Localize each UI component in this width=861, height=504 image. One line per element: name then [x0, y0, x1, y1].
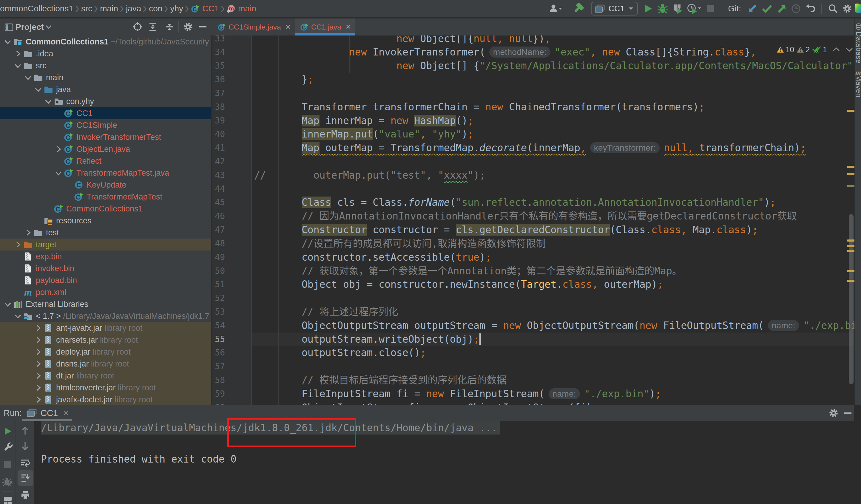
chevron-collapsed-icon[interactable] — [33, 395, 43, 404]
chevron-collapsed-icon[interactable] — [23, 228, 33, 237]
close-tab-icon[interactable]: ✕ — [345, 23, 351, 31]
chevron-expanded-icon[interactable] — [33, 85, 43, 94]
tree-row-pom.xml[interactable]: mpom.xml — [0, 286, 212, 298]
code-line-43[interactable]: // outerMap.put("test", "xxxx"); — [254, 168, 486, 182]
stop-process-button[interactable] — [3, 460, 13, 470]
history-button[interactable] — [789, 3, 803, 14]
code-line-36[interactable]: }; — [254, 73, 314, 86]
coverage-button[interactable] — [670, 3, 685, 14]
tree-row-antjavafx.jar[interactable]: ant-javafx.jar library root — [0, 322, 212, 334]
tree-row-CC1[interactable]: CCC1 — [0, 107, 212, 119]
tree-row-InvokerTransformerTest[interactable]: CInvokerTransformerTest — [0, 131, 212, 143]
run-header-hide-button[interactable] — [843, 408, 853, 418]
git-update-button[interactable] — [745, 3, 760, 14]
chevron-collapsed-icon[interactable] — [33, 359, 43, 368]
code-line-56[interactable]: outputStream.close(); — [254, 346, 426, 360]
code-line-46[interactable]: // 因为AnnotationInvocationHandler只有个私有的有参… — [254, 209, 797, 223]
prev-problem-chevron-icon[interactable] — [832, 47, 840, 52]
code-line-33[interactable]: new Object[]{null, null}), — [254, 36, 550, 45]
tree-row-Reflect[interactable]: CReflect — [0, 155, 212, 167]
tree-row-CommonCollections1[interactable]: CommonCollections1 ~/Tools/github/JavaSe… — [0, 36, 212, 48]
run-console[interactable]: /Library/Java/JavaVirtualMachines/jdk1.8… — [34, 421, 854, 504]
tree-row-dnsns.jar[interactable]: dnsns.jar library root — [0, 358, 212, 370]
profiler-button[interactable] — [685, 3, 703, 14]
error-stripe-mark[interactable] — [847, 185, 855, 187]
code-line-58[interactable]: // 模拟目标后端程序接受到的序列化后的数据 — [254, 373, 507, 387]
error-stripe-mark[interactable] — [847, 250, 855, 252]
tree-row-target[interactable]: target — [0, 239, 212, 251]
code-line-41[interactable]: Map outerMap = TransformedMap.decorate(i… — [254, 141, 806, 155]
tree-row-ExternalLibraries[interactable]: External Libraries — [0, 298, 212, 310]
chevron-expanded-icon[interactable] — [3, 37, 13, 46]
tree-row-deploy.jar[interactable]: deploy.jar library root — [0, 346, 212, 358]
chevron-expanded-icon[interactable] — [23, 73, 33, 82]
rerun-button[interactable] — [3, 426, 13, 436]
error-stripe-mark[interactable] — [847, 245, 855, 247]
tree-row-KeyUpdate[interactable]: CKeyUpdate — [0, 179, 212, 191]
scroll-to-end-button[interactable] — [20, 473, 30, 483]
code-line-50[interactable]: // 获取对象，第一个参数是一个Annotation类；第二个是参数就是前面构造… — [254, 264, 682, 278]
tree-row-exp.bin[interactable]: exp.bin — [0, 251, 212, 263]
build-wrench-icon[interactable] — [3, 442, 13, 452]
debug-button[interactable] — [655, 3, 670, 14]
next-occurrence-button[interactable] — [20, 442, 29, 451]
tree-row-test[interactable]: test — [0, 227, 212, 239]
chevron-expanded-icon[interactable] — [3, 299, 13, 309]
tree-row-javafxdoclet.jar[interactable]: javafx-doclet.jar library root — [0, 394, 212, 405]
code-line-34[interactable]: new InvokerTransformer(methodName:"exec"… — [254, 45, 756, 59]
stop-button[interactable] — [703, 3, 718, 14]
tree-row-src[interactable]: src — [0, 60, 212, 72]
tree-options-gear-button[interactable] — [183, 22, 193, 32]
collapse-all-button[interactable] — [164, 22, 175, 32]
chevron-collapsed-icon[interactable] — [33, 347, 43, 357]
code-line-39[interactable]: Map innerMap = new HashMap(); — [254, 114, 474, 128]
print-button[interactable] — [20, 490, 30, 500]
tree-row-java[interactable]: java — [0, 84, 212, 95]
run-header-gear-button[interactable] — [829, 408, 839, 418]
soft-wrap-button[interactable] — [20, 458, 30, 467]
prev-occurrence-button[interactable] — [20, 426, 29, 435]
project-panel-title[interactable]: Project — [15, 23, 44, 32]
chevron-collapsed-icon[interactable] — [54, 144, 63, 154]
hide-panel-button[interactable] — [198, 22, 208, 32]
tree-row-.idea[interactable]: .idea — [0, 48, 212, 60]
locate-file-button[interactable] — [133, 22, 142, 32]
code-line-48[interactable]: //设置所有的成员都可以访问,取消构造函数修饰符限制 — [254, 237, 546, 251]
code-line-49[interactable]: constructor.setAccessible(true); — [254, 251, 491, 264]
restore-layout-button[interactable] — [3, 496, 13, 504]
run-tab-cc1[interactable]: CC1✕ — [26, 405, 69, 421]
chevron-collapsed-icon[interactable] — [13, 240, 23, 249]
breadcrumb-yhy[interactable]: yhy — [170, 4, 183, 13]
chevron-collapsed-icon[interactable] — [33, 383, 43, 392]
tree-row-resources[interactable]: resources — [0, 215, 212, 227]
close-tab-icon[interactable]: ✕ — [285, 23, 291, 31]
tree-row-con.yhy[interactable]: con.yhy — [0, 95, 212, 107]
tree-row-invoker.bin[interactable]: invoker.bin — [0, 263, 212, 275]
breadcrumb-con[interactable]: con — [149, 4, 162, 13]
tree-row-CC1Simple[interactable]: CCC1Simple — [0, 119, 212, 131]
chevron-expanded-icon[interactable] — [13, 311, 23, 321]
code-area[interactable]: new Object[]{null, null}), new InvokerTr… — [252, 36, 861, 405]
breadcrumb-src[interactable]: src — [81, 4, 92, 13]
error-stripe-mark[interactable] — [847, 110, 855, 112]
tree-row-TransformedMapTest[interactable]: CTransformedMapTest — [0, 191, 212, 203]
chevron-expanded-icon[interactable] — [13, 61, 23, 70]
search-everywhere-button[interactable] — [826, 3, 840, 14]
error-stripe-mark[interactable] — [847, 270, 855, 272]
toolwindow-stripe-maven[interactable]: Maven — [855, 75, 861, 98]
error-stripe-mark[interactable] — [847, 173, 855, 175]
code-line-54[interactable]: ObjectOutputStream outputStream = new Ob… — [254, 319, 857, 333]
chevron-expanded-icon[interactable] — [43, 97, 53, 106]
tree-row-CommonCollections1[interactable]: CCommonCollections1 — [0, 203, 212, 215]
weak-warning-triangle-icon[interactable] — [796, 46, 804, 53]
git-commit-button[interactable] — [760, 3, 775, 14]
code-line-45[interactable]: Class cls = Class.forName("sun.reflect.a… — [254, 196, 776, 209]
tree-row-charsets.jar[interactable]: charsets.jar library root — [0, 334, 212, 346]
build-hammer-icon[interactable] — [573, 3, 588, 14]
error-stripe-mark[interactable] — [847, 280, 855, 282]
ok-checks-icon[interactable] — [812, 46, 821, 53]
code-line-47[interactable]: Constructor constructor = cls.getDeclare… — [254, 223, 758, 237]
chevron-collapsed-icon[interactable] — [33, 335, 43, 345]
chevron-collapsed-icon[interactable] — [33, 371, 43, 380]
tree-row-htmlconverter.jar[interactable]: htmlconverter.jar library root — [0, 382, 212, 394]
